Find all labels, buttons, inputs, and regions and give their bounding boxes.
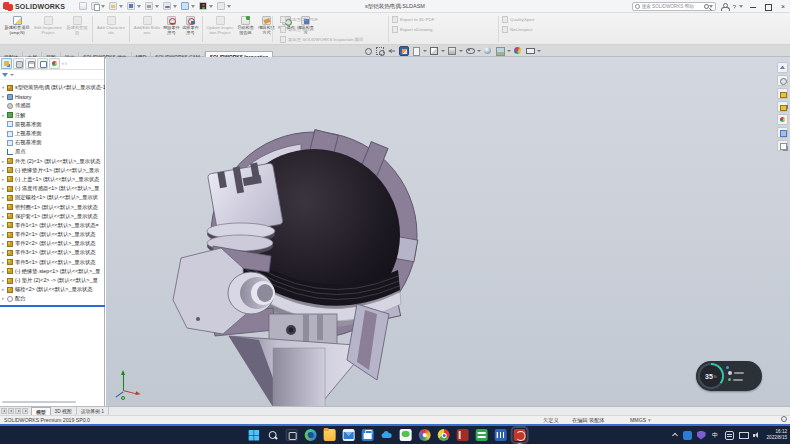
zoom-dial-widget[interactable]: 35% xyxy=(696,361,762,391)
dropdown-icon[interactable] xyxy=(441,50,445,52)
displaymanager-tab-icon[interactable] xyxy=(49,58,60,69)
copy-settings-icon[interactable] xyxy=(777,140,788,151)
options-dropdown-icon[interactable] xyxy=(227,5,231,8)
tray-clock[interactable]: 16:12 2022/8/15 xyxy=(767,429,787,441)
solidworks-icon[interactable] xyxy=(514,429,526,441)
options-gear-icon[interactable] xyxy=(217,2,225,10)
edge-icon[interactable] xyxy=(305,429,317,441)
tree-item-annotations[interactable]: ▸注解 xyxy=(0,111,105,120)
login-user-icon[interactable] xyxy=(721,3,728,10)
hide-show-items-icon[interactable] xyxy=(465,46,475,56)
dial-option-row[interactable] xyxy=(728,371,744,375)
tree-item-component[interactable]: ▸零件2<2> (默认<<默认>_显示状态 xyxy=(0,239,105,248)
touch-keyboard-icon[interactable] xyxy=(725,431,734,440)
display-style-icon[interactable] xyxy=(447,46,457,56)
tray-onedrive-icon[interactable] xyxy=(683,431,692,440)
update-inspection-project-button[interactable]: Update Inspection Project xyxy=(205,14,235,44)
zoom-dial-knob[interactable]: 35% xyxy=(698,363,724,389)
mail-icon[interactable] xyxy=(343,429,355,441)
restore-button[interactable] xyxy=(763,0,773,13)
new-dropdown-icon[interactable] xyxy=(101,5,105,8)
propertymanager-tab-icon[interactable] xyxy=(13,58,24,69)
undo-icon[interactable] xyxy=(163,2,171,10)
tree-item-component[interactable]: ▸固定螺栓<1> (默认<<默认>_显示状 xyxy=(0,193,105,202)
dimxpertmanager-tab-icon[interactable] xyxy=(37,58,48,69)
wps-icon[interactable] xyxy=(476,429,488,441)
task-view-icon[interactable] xyxy=(286,429,298,441)
tree-item-component[interactable]: ▸螺栓<2> (默认<<默认>_显示状态 xyxy=(0,285,105,294)
browser-360-icon[interactable] xyxy=(419,429,431,441)
tree-item-origin[interactable]: 原点 xyxy=(0,147,105,156)
dropdown-icon[interactable] xyxy=(507,50,511,52)
tree-item-front-plane[interactable]: 前视基准面 xyxy=(0,120,105,129)
save-icon[interactable] xyxy=(127,2,135,10)
edit-inspection-project-button[interactable]: Edit Inspection Project xyxy=(32,14,64,44)
open-icon[interactable] xyxy=(109,2,117,10)
tray-expand-icon[interactable] xyxy=(672,432,678,438)
add-edit-balloons-button[interactable]: Add/Edit Balloons xyxy=(132,14,162,44)
open-dropdown-icon[interactable] xyxy=(119,5,123,8)
tree-item-component[interactable]: ▸(-) 垫片 (2)<2> -> (默认<<默认>_显 xyxy=(0,276,105,285)
lower-cone[interactable] xyxy=(229,336,369,406)
view-settings-icon[interactable] xyxy=(513,46,523,56)
explorer-icon[interactable] xyxy=(324,429,336,441)
ime-language-indicator[interactable]: 中 xyxy=(711,431,720,440)
export-2d-pdf-button[interactable]: 导出至 2D PDF xyxy=(280,14,363,24)
help-dropdown-icon[interactable] xyxy=(739,5,743,8)
export-edrawing-button[interactable]: Export eDrawing xyxy=(392,24,434,34)
custom-properties-icon[interactable] xyxy=(777,127,788,138)
section-view-icon[interactable] xyxy=(399,46,409,56)
rollback-bar[interactable] xyxy=(0,305,105,307)
dropdown-icon[interactable] xyxy=(423,50,427,52)
export-inspection-project-button[interactable]: 导出至 SOLIDWORKS Inspection 项目 xyxy=(280,34,363,44)
tab-scroll-last-icon[interactable] xyxy=(22,408,28,414)
search-icon[interactable] xyxy=(267,429,279,441)
tree-item-component[interactable]: ▸零件3<1> (默认<<默认>_显示状态 xyxy=(0,248,105,257)
tree-item-component[interactable]: ▸(-) 温度传感器<1> (默认<<默认>_显 xyxy=(0,184,105,193)
globe-icon[interactable] xyxy=(781,416,787,422)
store-icon[interactable] xyxy=(362,429,374,441)
tree-item-component[interactable]: ▸零件5<1> (默认<<默认>_显示状态 xyxy=(0,258,105,267)
speaker-icon[interactable] xyxy=(753,431,762,440)
select-cursor-icon[interactable] xyxy=(181,2,189,10)
tab-scroll-left-icon[interactable] xyxy=(8,408,14,414)
tree-item-sensors[interactable]: 传感器 xyxy=(0,101,105,110)
export-excel-button[interactable]: 导出至 Excel xyxy=(280,24,363,34)
tree-item-component[interactable]: ▸(-) 绝缘垫片<1> (默认<<默认>_显示 xyxy=(0,166,105,175)
tree-item-component[interactable]: ▸密封圈<1> (默认<<默认>_显示状态 xyxy=(0,202,105,211)
appearances-icon[interactable] xyxy=(777,114,788,125)
onedrive-cloud-icon[interactable] xyxy=(381,429,393,441)
home-icon[interactable] xyxy=(79,2,87,10)
reader-icon[interactable] xyxy=(457,429,469,441)
minimize-button[interactable] xyxy=(748,0,758,13)
tree-item-component[interactable]: ▸外壳 (2)<1> (默认<<默认>_显示状态 xyxy=(0,157,105,166)
tree-item-component[interactable]: ▸保护套<1> (默认<<默认>_显示状态 xyxy=(0,212,105,221)
model-3d-view[interactable] xyxy=(151,118,451,406)
launch-report-manager-button[interactable]: 启动检查报告器 xyxy=(235,14,256,44)
design-library-icon[interactable] xyxy=(777,88,788,99)
chrome-icon[interactable] xyxy=(438,429,450,441)
start-icon[interactable] xyxy=(248,429,260,441)
filter-dropdown-icon[interactable] xyxy=(10,74,14,76)
tab-scroll-first-icon[interactable] xyxy=(1,408,7,414)
zoom-to-area-icon[interactable] xyxy=(375,46,385,56)
print-icon[interactable] xyxy=(145,2,153,10)
tree-item-top-plane[interactable]: 上视基准面 xyxy=(0,129,105,138)
graphics-viewport[interactable]: 35% xyxy=(106,57,790,406)
tree-horizontal-scrollbar[interactable] xyxy=(2,401,76,403)
file-explorer-icon[interactable] xyxy=(777,101,788,112)
select-balloons-button[interactable]: 选择零件序号 xyxy=(181,14,200,44)
search-input[interactable]: 搜索 SOLIDWORKS 帮助 xyxy=(632,2,716,11)
annotation-view-icon[interactable] xyxy=(411,46,421,56)
qualityxpert-button[interactable]: QualityXpert xyxy=(502,14,534,24)
net-inspect-button[interactable]: Net-Inspect xyxy=(502,24,534,34)
panel-tab-arrows[interactable]: ‹ › xyxy=(62,60,67,66)
help-button[interactable]: ? xyxy=(733,4,736,10)
zoom-to-fit-icon[interactable] xyxy=(363,46,373,56)
tree-item-right-plane[interactable]: 右视基准面 xyxy=(0,138,105,147)
tree-item-component[interactable]: ▸(-) 上盖<1> (默认<<默认>_显示状态 xyxy=(0,175,105,184)
save-dropdown-icon[interactable] xyxy=(137,5,141,8)
close-button[interactable]: × xyxy=(778,0,788,13)
previous-view-icon[interactable] xyxy=(387,46,397,56)
solidworks-resources-icon[interactable] xyxy=(777,75,788,86)
